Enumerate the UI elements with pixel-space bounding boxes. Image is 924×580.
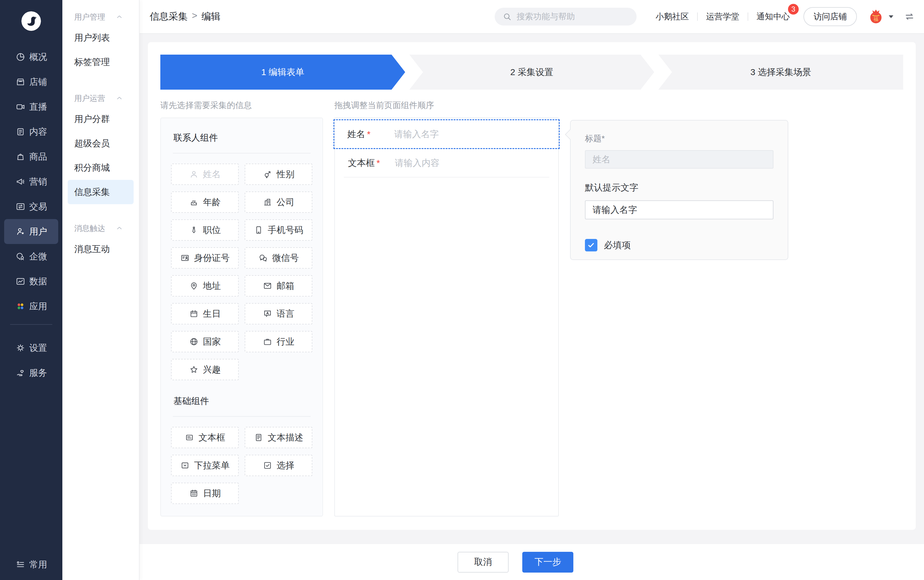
submenu-item-info-collection[interactable]: 信息采集	[68, 180, 134, 204]
comp-wechat-button[interactable]: 微信号	[245, 247, 312, 269]
submenu-item-super-member[interactable]: 超级会员	[68, 131, 134, 155]
required-checkbox[interactable]	[585, 239, 597, 251]
step-1-edit-form[interactable]: 1 编辑表单	[160, 54, 405, 90]
comp-dropdown-button[interactable]: 下拉菜单	[171, 455, 239, 476]
submenu-item-message-interaction[interactable]: 消息互动	[68, 237, 134, 261]
map-pin-icon	[189, 281, 199, 291]
notification-badge: 3	[788, 4, 799, 15]
comp-mobile-button[interactable]: 手机号码	[245, 219, 312, 241]
comp-address-button[interactable]: 地址	[171, 275, 239, 297]
service-hand-icon	[15, 368, 26, 378]
apps-grid-icon	[15, 301, 26, 311]
comp-job-title-button[interactable]: 职位	[171, 219, 239, 241]
comp-date-button[interactable]: 日期	[171, 483, 239, 504]
sidebar-item-service[interactable]: 服务	[4, 360, 58, 385]
default-hint-input[interactable]: 请输入名字	[585, 200, 774, 219]
textbox-icon	[185, 433, 194, 442]
sidebar-item-label: 内容	[30, 126, 47, 138]
switch-account-icon[interactable]	[904, 11, 915, 22]
sidebar-item-overview[interactable]: 概况	[4, 44, 58, 69]
required-checkbox-label: 必填项	[604, 239, 631, 251]
comp-language-button[interactable]: 语言	[245, 303, 312, 325]
submenu-item-label: 超级会员	[74, 137, 110, 150]
required-checkbox-row[interactable]: 必填项	[585, 239, 774, 251]
submenu-item-label: 用户分群	[74, 113, 110, 125]
link-notifications-label: 通知中心	[757, 12, 790, 21]
comp-country-button[interactable]: 国家	[171, 331, 239, 352]
comp-birthday-button[interactable]: 生日	[171, 303, 239, 325]
comp-interest-button[interactable]: 兴趣	[171, 359, 239, 380]
chevron-down-icon[interactable]	[886, 12, 896, 21]
tie-icon	[189, 225, 199, 235]
default-hint-label: 默认提示文字	[585, 182, 774, 194]
sidebar-item-content[interactable]: 内容	[4, 119, 58, 144]
sidebar-item-label: 交易	[30, 201, 47, 213]
sidebar-item-data[interactable]: 数据	[4, 269, 58, 294]
link-notifications[interactable]: 通知中心 3	[757, 11, 790, 22]
search-input[interactable]: 搜索功能与帮助	[495, 8, 637, 26]
sidebar-item-apps[interactable]: 应用	[4, 294, 58, 319]
submenu-group-message-reach[interactable]: 消息触达	[62, 220, 139, 237]
sidebar-item-label: 店铺	[30, 76, 47, 88]
sidebar-item-favorites[interactable]: 常用	[4, 552, 58, 577]
comp-id-card-button[interactable]: 身份证号	[171, 247, 239, 269]
step-2-collect-settings[interactable]: 2 采集设置	[409, 54, 654, 90]
cancel-button[interactable]: 取消	[457, 552, 508, 573]
field-label: 文本框*	[348, 157, 395, 169]
sidebar-item-goods[interactable]: 商品	[4, 144, 58, 169]
language-bubble-icon	[263, 309, 272, 318]
id-card-icon	[180, 253, 190, 263]
comp-select-button[interactable]: 选择	[245, 455, 312, 476]
comp-text-desc-button[interactable]: 文本描述	[245, 427, 312, 448]
submenu-item-points-mall[interactable]: 积分商城	[68, 155, 134, 180]
sidebar-item-label: 常用	[30, 559, 47, 571]
visit-shop-button[interactable]: 访问店铺	[804, 7, 857, 26]
hints-row: 请先选择需要采集的信息 拖拽调整当前页面组件顺序	[160, 100, 903, 111]
form-preview-panel: 姓名* 请输入名字 文本框* 请输入内容	[334, 117, 559, 516]
sidebar-item-label: 用户	[30, 226, 47, 238]
page-background: 1 编辑表单 2 采集设置 3 选择采集场景 请先选择需要采集的信息 拖拽调整当…	[140, 34, 924, 544]
secondary-sidebar: 用户管理 用户列表 标签管理 用户运营 用户分群 超级会员 积分商城 信息采集 …	[62, 0, 140, 580]
form-builder: 联系人组件 姓名 性别 年龄 公司 职位 手机号码 身份证号 微信号	[160, 117, 903, 516]
step-3-choose-scene[interactable]: 3 选择采集场景	[658, 54, 903, 90]
comp-label: 公司	[277, 196, 295, 208]
submenu-group-user-management[interactable]: 用户管理	[62, 8, 139, 26]
sidebar-item-live[interactable]: 直播	[4, 94, 58, 119]
sidebar-item-label: 服务	[30, 367, 47, 379]
comp-textbox-button[interactable]: 文本框	[171, 427, 239, 448]
sidebar-item-settings[interactable]: 设置	[4, 335, 58, 360]
link-community[interactable]: 小鹅社区	[656, 11, 689, 22]
building-icon	[263, 198, 272, 207]
comp-gender-button[interactable]: 性别	[245, 163, 312, 185]
submenu-item-user-list[interactable]: 用户列表	[68, 26, 134, 50]
comp-industry-button[interactable]: 行业	[245, 331, 312, 352]
required-asterisk: *	[367, 129, 371, 139]
briefcase-icon	[263, 337, 272, 346]
brand-goose-logo[interactable]	[21, 11, 41, 31]
sidebar-item-shop[interactable]: 店铺	[4, 69, 58, 94]
submenu-group-title: 消息触达	[74, 223, 105, 234]
submenu-group-user-operation[interactable]: 用户运营	[62, 90, 139, 107]
submenu-item-label: 用户列表	[74, 32, 110, 44]
comp-company-button[interactable]: 公司	[245, 191, 312, 213]
next-step-button[interactable]: 下一步	[522, 552, 573, 573]
submenu-item-user-segments[interactable]: 用户分群	[68, 107, 134, 131]
form-row-textbox[interactable]: 文本框* 请输入内容	[344, 149, 549, 178]
sidebar-item-wecom[interactable]: 企微	[4, 244, 58, 269]
comp-email-button[interactable]: 邮箱	[245, 275, 312, 297]
sidebar-item-users[interactable]: 用户	[4, 219, 58, 244]
form-row-name[interactable]: 姓名* 请输入名字	[333, 119, 560, 149]
breadcrumb-parent[interactable]: 信息采集	[150, 10, 188, 23]
submenu-item-tag-management[interactable]: 标签管理	[68, 50, 134, 74]
avatar-lucky-bag[interactable]	[868, 7, 884, 26]
gender-icon	[263, 170, 272, 179]
comp-age-button[interactable]: 年龄	[171, 191, 239, 213]
star-icon	[189, 365, 199, 374]
calendar-icon	[189, 309, 199, 318]
phone-icon	[254, 225, 263, 235]
basic-group-title: 基础组件	[171, 394, 312, 416]
link-academy[interactable]: 运营学堂	[706, 11, 739, 22]
title-field-input[interactable]: 姓名	[585, 150, 774, 169]
sidebar-item-marketing[interactable]: 营销	[4, 169, 58, 194]
sidebar-item-trade[interactable]: 交易	[4, 194, 58, 219]
